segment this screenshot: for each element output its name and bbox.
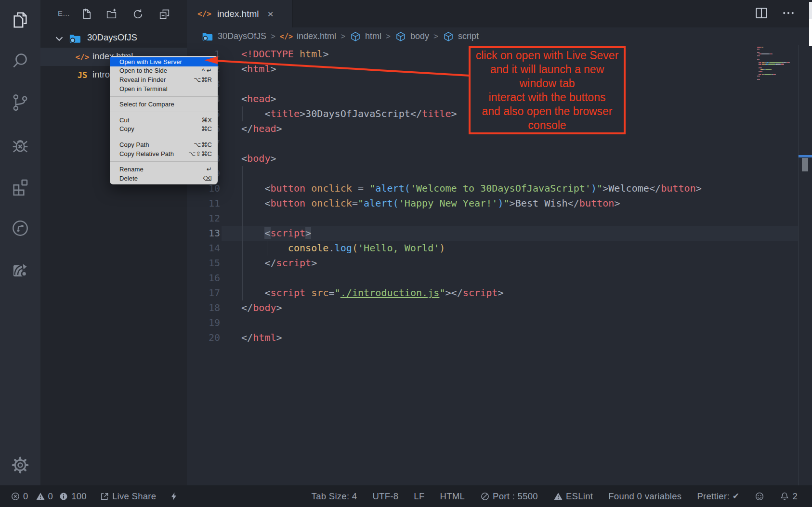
breadcrumbs: 30DaysOfJS></>index.html>html>body>scrip… bbox=[187, 27, 812, 45]
menu-item-label: Open with Live Server bbox=[119, 58, 212, 65]
split-editor-icon[interactable] bbox=[754, 6, 769, 22]
status-lf[interactable]: LF bbox=[414, 491, 424, 502]
refresh-icon[interactable] bbox=[132, 8, 144, 20]
activity-settings[interactable] bbox=[0, 446, 40, 486]
menu-item-select-for-compare[interactable]: Select for Compare bbox=[110, 100, 218, 109]
menu-item-rename[interactable]: Rename↵ bbox=[110, 165, 218, 174]
activity-run-debug[interactable] bbox=[0, 126, 40, 166]
html-icon: </> bbox=[75, 52, 90, 62]
minimap[interactable] bbox=[755, 47, 798, 81]
menu-item-copy-path[interactable]: Copy Path⌥⌘C bbox=[110, 140, 218, 149]
menu-item-reveal-in-finder[interactable]: Reveal in Finder⌥⌘R bbox=[110, 75, 218, 84]
status-utf-8[interactable]: UTF-8 bbox=[372, 491, 398, 502]
menu-item-shortcut: ↵ bbox=[207, 166, 212, 173]
status-0[interactable]: 0 bbox=[36, 491, 53, 502]
new-folder-icon[interactable] bbox=[105, 8, 118, 20]
status-eslint[interactable]: ESLint bbox=[553, 491, 593, 502]
breadcrumb-index.html[interactable]: </>index.html bbox=[280, 31, 336, 41]
code-line-11: <button onclick="alert('Happy New Year!'… bbox=[241, 196, 620, 211]
line-number: 16 bbox=[187, 271, 220, 286]
menu-item-label: Rename bbox=[119, 166, 207, 173]
collapse-all-icon[interactable] bbox=[158, 8, 170, 20]
status-text: Prettier: bbox=[697, 491, 729, 502]
git-branch-icon bbox=[11, 93, 30, 114]
context-menu: Open with Live ServerOpen to the Side^ ↵… bbox=[110, 56, 218, 184]
breadcrumb-body[interactable]: body bbox=[395, 31, 429, 42]
breadcrumb-script[interactable]: script bbox=[443, 31, 479, 42]
activity-search[interactable] bbox=[0, 41, 40, 82]
files-icon bbox=[11, 10, 30, 31]
activity-go-live[interactable] bbox=[0, 250, 40, 291]
menu-item-label: Open to the Side bbox=[119, 67, 202, 74]
status-live-share[interactable]: Live Share bbox=[100, 491, 156, 502]
circle-slash-icon bbox=[480, 492, 490, 501]
breadcrumb-separator: > bbox=[433, 32, 438, 41]
activity-source-control[interactable] bbox=[0, 83, 40, 124]
breadcrumb-html[interactable]: html bbox=[350, 31, 381, 42]
menu-item-open-in-terminal[interactable]: Open in Terminal bbox=[110, 84, 218, 93]
status-text: Live Share bbox=[112, 491, 156, 502]
menu-item-open-to-the-side[interactable]: Open to the Side^ ↵ bbox=[110, 66, 218, 76]
menu-item-label: Copy bbox=[119, 125, 201, 132]
status-port-5500[interactable]: Port : 5500 bbox=[480, 491, 538, 502]
status-right: Tab Size: 4UTF-8LFHTMLPort : 5500ESLintF… bbox=[312, 491, 798, 502]
status-text: 100 bbox=[71, 491, 87, 502]
tab-close-icon[interactable]: × bbox=[268, 8, 274, 20]
status-found-0-variables[interactable]: Found 0 variables bbox=[608, 491, 681, 502]
annotation-text: interact with the buttons bbox=[471, 91, 624, 104]
annotation-text: and also open the browser bbox=[471, 104, 624, 118]
menu-item-label: Cut bbox=[119, 117, 201, 124]
activity-explorer[interactable] bbox=[0, 0, 40, 41]
tree-root-folder[interactable]: 30DaysOfJS bbox=[40, 29, 187, 48]
share-arrow-icon bbox=[11, 260, 30, 281]
menu-item-copy-relative-path[interactable]: Copy Relative Path⌥⇧⌘C bbox=[110, 149, 218, 158]
menu-item-label: Select for Compare bbox=[119, 101, 212, 108]
menu-item-cut[interactable]: Cut⌘X bbox=[110, 116, 218, 125]
menu-item-open-with-live-server[interactable]: Open with Live Server bbox=[110, 57, 218, 66]
line-number: 12 bbox=[187, 211, 220, 226]
activity-live-share[interactable] bbox=[0, 209, 40, 249]
scrollbar-thumb[interactable] bbox=[802, 158, 808, 171]
menu-item-delete[interactable]: Delete⌫ bbox=[110, 174, 218, 183]
status-2[interactable]: 2 bbox=[780, 491, 798, 502]
code-line-13: <script> bbox=[241, 226, 311, 241]
annotation-text: click on open with Live Sever bbox=[471, 49, 624, 63]
menu-item-label: Copy Relative Path bbox=[119, 150, 188, 157]
status-prettier-[interactable]: Prettier:✔ bbox=[697, 491, 739, 502]
code-line-6: </head> bbox=[241, 121, 282, 136]
menu-item-copy[interactable]: Copy⌘C bbox=[110, 125, 218, 134]
status-text: Port : 5500 bbox=[493, 491, 538, 502]
line-number: 19 bbox=[187, 315, 220, 330]
indent-guide bbox=[242, 211, 243, 226]
tab-index-html[interactable]: </> index.html × bbox=[187, 0, 293, 27]
html-file-icon: </> bbox=[280, 32, 293, 41]
code-line-14: console.log('Hello, World') bbox=[241, 241, 445, 256]
menu-separator bbox=[110, 161, 218, 162]
status-tab-size-4[interactable]: Tab Size: 4 bbox=[312, 491, 357, 502]
status-0[interactable]: 0 bbox=[11, 491, 28, 502]
new-file-icon[interactable] bbox=[81, 8, 93, 20]
code-line-18: </body> bbox=[241, 300, 282, 315]
circle-branch-icon bbox=[11, 219, 30, 240]
explorer-header: E… bbox=[40, 0, 187, 28]
activity-bar bbox=[0, 0, 40, 485]
activity-extensions[interactable] bbox=[0, 168, 40, 208]
status-bolt-icon[interactable] bbox=[169, 492, 179, 501]
html-file-icon: </> bbox=[197, 9, 211, 18]
warning-icon bbox=[553, 492, 563, 501]
symbol-cube-icon bbox=[443, 31, 454, 42]
status-smiley-icon[interactable] bbox=[755, 492, 764, 501]
status-100[interactable]: 100 bbox=[59, 491, 87, 502]
code-line-20: </html> bbox=[241, 330, 282, 345]
explorer-title: E… bbox=[58, 9, 70, 17]
breadcrumb-30DaysOfJS[interactable]: 30DaysOfJS bbox=[201, 30, 266, 43]
menu-item-shortcut: ⌫ bbox=[203, 175, 212, 182]
annotation-text: window tab bbox=[471, 77, 624, 91]
menu-separator bbox=[110, 112, 218, 112]
search-icon bbox=[11, 51, 30, 72]
more-actions-icon[interactable] bbox=[781, 6, 796, 22]
bolt-icon bbox=[169, 492, 179, 501]
menu-item-label: Reveal in Finder bbox=[119, 76, 194, 83]
check-icon: ✔ bbox=[733, 491, 740, 501]
status-html[interactable]: HTML bbox=[440, 491, 465, 502]
